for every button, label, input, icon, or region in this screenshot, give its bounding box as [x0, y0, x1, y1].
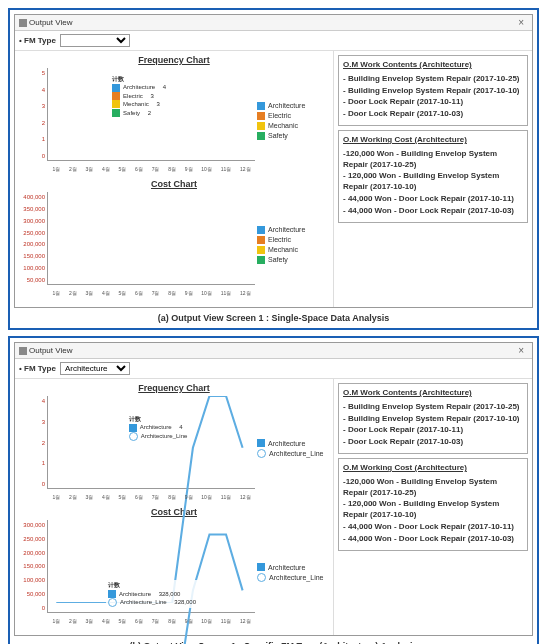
fm-type-select[interactable]: Architecture: [60, 362, 130, 375]
plot-area: 计数 Architecture 328,000 Architecture_Lin…: [47, 520, 255, 613]
x-axis: 1월2월3월4월5월6월7월8월9월10월11월12월: [48, 494, 255, 500]
legend: Architecture Architecture_Line: [255, 396, 329, 501]
title-bar: Output View ×: [15, 15, 532, 31]
fm-type-select[interactable]: [60, 34, 130, 47]
work-contents-panel: O.M Work Contents (Architecture) - Build…: [338, 383, 528, 454]
panel-header: O.M Working Cost (Architecture): [343, 135, 523, 146]
close-icon[interactable]: ×: [514, 345, 528, 356]
panel-header: O.M Work Contents (Architecture): [343, 388, 523, 399]
figure-b: Output View × • FM Type Architecture Fre…: [8, 336, 539, 644]
plot-area: 1월2월3월4월5월6월7월8월9월10월11월12월: [47, 192, 255, 285]
window-title: Output View: [29, 18, 72, 27]
y-axis: 43210: [19, 396, 47, 501]
panel-header: O.M Work Contents (Architecture): [343, 60, 523, 71]
plot-area: 计数 Architecture 4 Electric 3 Mechanic 3 …: [47, 68, 255, 161]
cost-chart: Cost Chart 300,000250,000200,000150,0001…: [19, 507, 329, 625]
list-item: - 44,000 Won - Door Lock Repair (2017-10…: [343, 534, 523, 545]
app-icon: [19, 347, 27, 355]
title-bar: Output View ×: [15, 343, 532, 359]
list-item: - 120,000 Won - Building Envelop System …: [343, 171, 523, 193]
x-axis: 1월2월3월4월5월6월7월8월9월10월11월12월: [48, 166, 255, 172]
list-item: - Building Envelop System Repair (2017-1…: [343, 414, 523, 425]
inner-legend: 计数 Architecture 4 Architecture_Line: [127, 414, 190, 442]
x-axis: 1월2월3월4월5월6월7월8월9월10월11월12월: [48, 290, 255, 296]
list-item: - Door Lock Repair (2017-10-11): [343, 97, 523, 108]
output-window: Output View × • FM Type Architecture Fre…: [14, 342, 533, 636]
frequency-chart: Frequency Chart 43210: [19, 383, 329, 501]
list-item: -120,000 Won - Building Envelop System R…: [343, 477, 523, 499]
output-window: Output View × • FM Type Frequency Chart …: [14, 14, 533, 308]
plot-area: 计数 Architecture 4 Architecture_Line 1월2월…: [47, 396, 255, 489]
frequency-chart: Frequency Chart 543210: [19, 55, 329, 173]
working-cost-panel: O.M Working Cost (Architecture) -120,000…: [338, 458, 528, 551]
figure-caption: (a) Output View Screen 1 : Single-Space …: [14, 310, 533, 324]
y-axis: 400,000350,000300,000250,000200,000150,0…: [19, 192, 47, 297]
chart-title: Cost Chart: [19, 179, 329, 189]
panel-header: O.M Working Cost (Architecture): [343, 463, 523, 474]
chart-title: Frequency Chart: [19, 55, 329, 65]
list-item: -120,000 Won - Building Envelop System R…: [343, 149, 523, 171]
work-contents-panel: O.M Work Contents (Architecture) - Build…: [338, 55, 528, 126]
legend: Architecture Electric Mechanic Safety: [255, 68, 329, 173]
y-axis: 543210: [19, 68, 47, 173]
fm-type-label: • FM Type: [19, 364, 56, 373]
list-item: - Door Lock Repair (2017-10-03): [343, 437, 523, 448]
fm-type-label: • FM Type: [19, 36, 56, 45]
app-icon: [19, 19, 27, 27]
inner-legend: 计数 Architecture 4 Electric 3 Mechanic 3 …: [110, 74, 168, 118]
working-cost-panel: O.M Working Cost (Architecture) -120,000…: [338, 130, 528, 223]
list-item: - Building Envelop System Repair (2017-1…: [343, 402, 523, 413]
list-item: - 44,000 Won - Door Lock Repair (2017-10…: [343, 206, 523, 217]
list-item: - 120,000 Won - Building Envelop System …: [343, 499, 523, 521]
legend: Architecture Architecture_Line: [255, 520, 329, 625]
legend: Architecture Electric Mechanic Safety: [255, 192, 329, 297]
toolbar: • FM Type Architecture: [15, 359, 532, 379]
list-item: - 44,000 Won - Door Lock Repair (2017-10…: [343, 522, 523, 533]
list-item: - Door Lock Repair (2017-10-03): [343, 109, 523, 120]
toolbar: • FM Type: [15, 31, 532, 51]
cost-chart: Cost Chart 400,000350,000300,000250,0002…: [19, 179, 329, 297]
figure-a: Output View × • FM Type Frequency Chart …: [8, 8, 539, 330]
list-item: - Door Lock Repair (2017-10-11): [343, 425, 523, 436]
list-item: - Building Envelop System Repair (2017-1…: [343, 86, 523, 97]
list-item: - 44,000 Won - Door Lock Repair (2017-10…: [343, 194, 523, 205]
window-title: Output View: [29, 346, 72, 355]
list-item: - Building Envelop System Repair (2017-1…: [343, 74, 523, 85]
inner-legend: 计数 Architecture 328,000 Architecture_Lin…: [106, 580, 198, 608]
chart-title: Frequency Chart: [19, 383, 329, 393]
close-icon[interactable]: ×: [514, 17, 528, 28]
y-axis: 300,000250,000200,000150,000100,00050,00…: [19, 520, 47, 625]
x-axis: 1월2월3월4월5월6월7월8월9월10월11월12월: [48, 618, 255, 624]
